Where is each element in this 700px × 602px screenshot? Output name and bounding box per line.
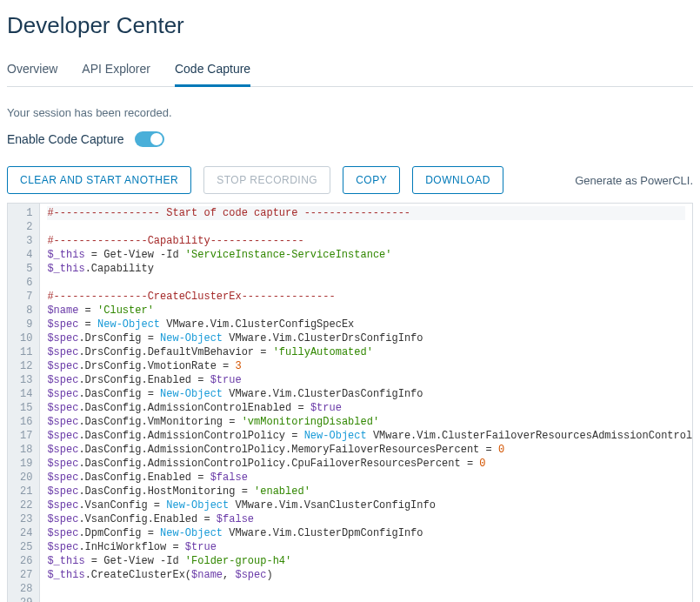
code-line: $spec.VsanConfig.Enabled = $false [47,512,685,526]
line-number: 17 [20,429,32,443]
enable-code-capture-toggle[interactable] [135,131,164,147]
code-line: $spec.DasConfig.Enabled = $false [47,471,685,485]
code-line: $spec.DrsConfig = New-Object VMware.Vim.… [47,331,685,345]
code-line: $spec.DasConfig.AdmissionControlPolicy.C… [47,457,685,471]
line-number: 8 [20,304,32,318]
line-number: 7 [20,290,32,304]
code-line: $name = 'Cluster' [47,304,685,318]
line-number: 3 [20,234,32,248]
line-number: 14 [20,387,32,401]
line-number: 27 [20,568,32,582]
code-line: $spec.DasConfig.AdmissionControlPolicy.M… [47,443,685,457]
line-number: 16 [20,415,32,429]
code-line: #----------------- Start of code capture… [47,206,685,220]
line-number-gutter: 1234567891011121314151617181920212223242… [8,204,40,602]
code-line: $spec = New-Object VMware.Vim.ClusterCon… [47,318,685,331]
code-line: #---------------CreateClusterEx---------… [47,290,685,304]
line-number: 26 [20,554,32,568]
line-number: 28 [20,582,32,596]
line-number: 4 [20,248,32,262]
tab-overview[interactable]: Overview [7,55,57,87]
code-line: $spec.DasConfig = New-Object VMware.Vim.… [47,387,685,401]
line-number: 21 [20,485,32,498]
line-number: 23 [20,512,32,526]
status-text: Your session has been recorded. [7,106,693,119]
code-line: $spec.DrsConfig.VmotionRate = 3 [47,359,685,373]
line-number: 13 [20,373,32,387]
line-number: 25 [20,540,32,554]
code-line: $spec.DasConfig.AdmissionControlPolicy =… [47,429,685,443]
code-line: $spec.DpmConfig = New-Object VMware.Vim.… [47,526,685,540]
line-number: 9 [20,318,32,331]
code-line: $spec.DrsConfig.Enabled = $true [47,373,685,387]
code-line [47,276,685,290]
line-number: 22 [20,498,32,512]
code-line: $_this = Get-View -Id 'Folder-group-h4' [47,554,685,568]
line-number: 29 [20,596,32,602]
page-title: Developer Center [7,12,693,39]
toolbar: CLEAR AND START ANOTHER STOP RECORDING C… [7,166,693,194]
code-line [47,220,685,234]
code-line [47,582,685,596]
line-number: 2 [20,220,32,234]
code-line: $spec.DasConfig.AdmissionControlEnabled … [47,401,685,415]
code-editor[interactable]: 1234567891011121314151617181920212223242… [7,203,693,602]
code-line: $spec.VsanConfig = New-Object VMware.Vim… [47,498,685,512]
generate-as-label: Generate as PowerCLI. [575,174,693,187]
line-number: 1 [20,206,32,220]
code-line [47,596,685,602]
code-line: $_this.CreateClusterEx($name, $spec) [47,568,685,582]
enable-code-capture-row: Enable Code Capture [7,131,693,147]
code-line: $spec.DrsConfig.DefaultVmBehavior = 'ful… [47,345,685,359]
tab-bar: Overview API Explorer Code Capture [7,55,693,87]
code-line: $spec.DasConfig.VmMonitoring = 'vmMonito… [47,415,685,429]
line-number: 15 [20,401,32,415]
stop-recording-button[interactable]: STOP RECORDING [203,166,330,194]
toggle-knob [150,133,163,145]
line-number: 19 [20,457,32,471]
code-area[interactable]: #----------------- Start of code capture… [40,204,692,602]
code-line: #---------------Capability--------------… [47,234,685,248]
tab-api-explorer[interactable]: API Explorer [82,55,150,87]
code-line: $_this = Get-View -Id 'ServiceInstance-S… [47,248,685,262]
line-number: 6 [20,276,32,290]
line-number: 18 [20,443,32,457]
line-number: 12 [20,359,32,373]
code-line: $spec.DasConfig.HostMonitoring = 'enable… [47,485,685,498]
copy-button[interactable]: COPY [343,166,400,194]
enable-code-capture-label: Enable Code Capture [7,132,124,146]
tab-code-capture[interactable]: Code Capture [175,55,250,87]
line-number: 20 [20,471,32,485]
code-line: $_this.Capability [47,262,685,276]
code-line: $spec.InHciWorkflow = $true [47,540,685,554]
line-number: 10 [20,331,32,345]
download-button[interactable]: DOWNLOAD [412,166,503,194]
line-number: 11 [20,345,32,359]
line-number: 24 [20,526,32,540]
line-number: 5 [20,262,32,276]
clear-and-start-another-button[interactable]: CLEAR AND START ANOTHER [7,166,191,194]
